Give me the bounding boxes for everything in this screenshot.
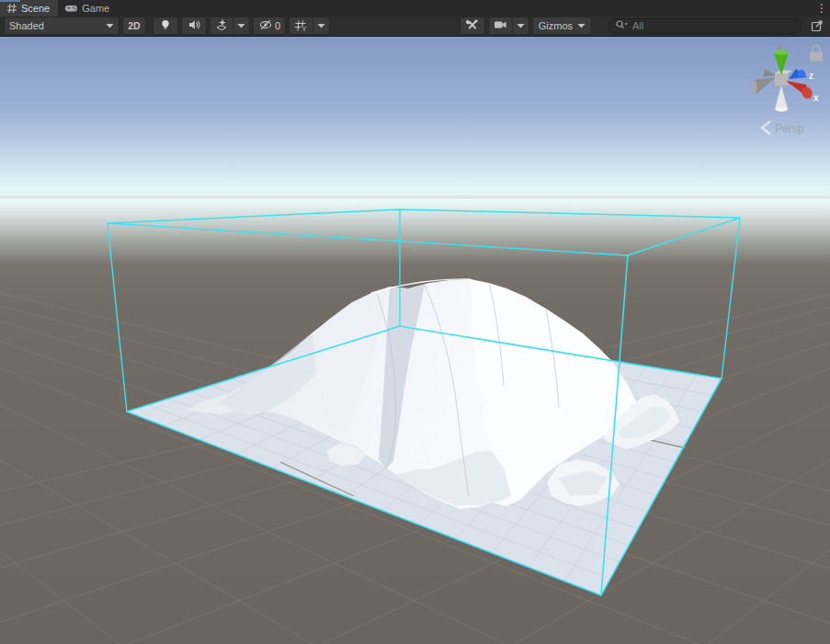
chevron-down-icon	[106, 23, 114, 28]
speaker-icon	[187, 17, 201, 34]
audio-toggle-button[interactable]	[181, 17, 207, 35]
grid-settings-group: Y	[289, 17, 330, 35]
horizon-fog	[0, 198, 830, 265]
tab-scene[interactable]: Scene	[0, 0, 58, 17]
2d-label: 2D	[128, 20, 140, 31]
tab-game-label: Game	[82, 3, 109, 14]
component-tools-button[interactable]	[460, 17, 485, 35]
lightbulb-icon	[158, 17, 173, 34]
draw-mode-dropdown[interactable]: Shaded	[4, 17, 119, 35]
camera-dropdown-button[interactable]	[512, 17, 529, 34]
unity-scene-window: Scene Game ⋮ Shaded 2D	[0, 0, 830, 644]
scene-lighting-button[interactable]	[153, 17, 178, 35]
camera-button[interactable]	[489, 17, 512, 34]
grid-axis-icon: Y	[293, 18, 309, 33]
sky	[0, 37, 830, 204]
chevron-down-icon	[517, 23, 525, 28]
axis-x-label: x	[813, 93, 819, 103]
scene-grid-icon	[6, 3, 17, 14]
chevron-down-icon	[317, 23, 325, 28]
scene-viewport[interactable]: y z x Persp	[0, 37, 830, 644]
tools-wrench-icon	[465, 17, 480, 34]
grid-visibility-button[interactable]: Y	[290, 17, 313, 34]
effects-icon	[214, 17, 229, 34]
chevron-down-icon	[577, 23, 586, 28]
search-icon	[615, 17, 629, 34]
axis-y-label: y	[777, 40, 782, 51]
search-input[interactable]	[632, 20, 795, 31]
2d-toggle-button[interactable]: 2D	[122, 17, 146, 35]
grid-dropdown-button[interactable]	[313, 17, 329, 34]
effects-dropdown-button[interactable]	[233, 17, 249, 34]
scene-search-field[interactable]	[608, 18, 802, 34]
scene-toolbar: Shaded 2D	[0, 17, 830, 37]
chevron-down-icon	[237, 23, 245, 28]
eye-slash-icon	[258, 17, 274, 34]
tab-game[interactable]: Game	[58, 0, 118, 17]
focus-highlight	[0, 0, 20, 2]
draw-mode-label: Shaded	[9, 20, 44, 31]
popout-window-icon[interactable]	[807, 17, 827, 34]
gamepad-icon	[64, 3, 78, 14]
hidden-objects-button[interactable]: 0	[253, 17, 286, 35]
gizmos-label: Gizmos	[539, 20, 573, 31]
tab-scene-label: Scene	[21, 3, 50, 14]
view-tab-bar: Scene Game ⋮	[0, 0, 830, 17]
effects-toggle-button[interactable]	[210, 17, 233, 34]
tabbar-spacer	[118, 0, 813, 17]
effects-visibility-group	[210, 17, 250, 35]
axis-z-label: z	[809, 71, 813, 81]
camera-icon	[493, 17, 508, 34]
svg-text:Y: Y	[302, 26, 307, 32]
gizmos-dropdown[interactable]: Gizmos	[532, 17, 592, 35]
kebab-menu-icon[interactable]: ⋮	[813, 0, 830, 17]
camera-settings-group	[488, 17, 529, 35]
projection-label: Persp	[775, 122, 804, 135]
hidden-objects-count: 0	[275, 20, 280, 31]
